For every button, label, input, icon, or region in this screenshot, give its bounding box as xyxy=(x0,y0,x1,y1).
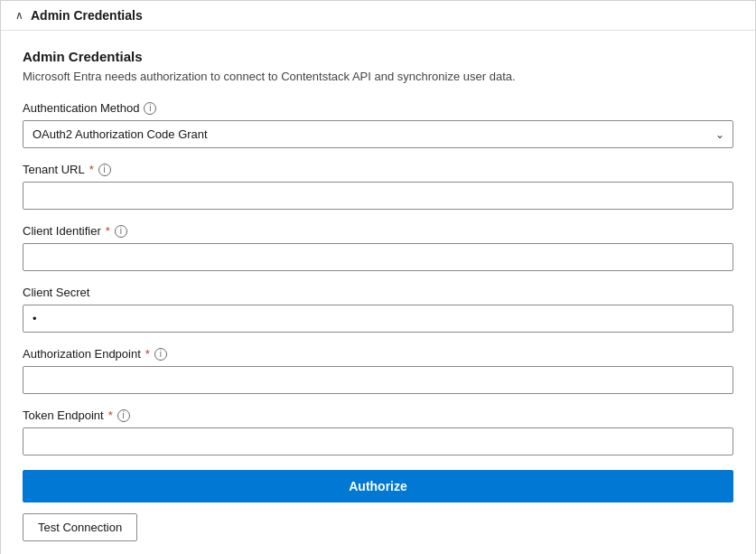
tenant-url-label: Tenant URL * i xyxy=(23,163,733,176)
client-secret-input[interactable] xyxy=(23,305,733,333)
token-endpoint-label: Token Endpoint * i xyxy=(23,408,733,422)
client-secret-label-text: Client Secret xyxy=(23,286,89,299)
auth-method-field-group: Authentication Method i OAuth2 Authoriza… xyxy=(23,101,733,148)
buttons-row: Authorize Test Connection xyxy=(23,470,733,541)
collapse-icon: ∧ xyxy=(15,9,23,22)
client-identifier-required-marker: * xyxy=(106,224,110,238)
tenant-url-label-text: Tenant URL xyxy=(23,163,85,176)
auth-method-info-icon[interactable]: i xyxy=(144,102,156,115)
tenant-url-field-group: Tenant URL * i xyxy=(23,163,733,210)
auth-endpoint-required-marker: * xyxy=(145,347,150,361)
tenant-url-required-marker: * xyxy=(89,163,94,176)
auth-method-label-text: Authentication Method xyxy=(23,101,139,115)
client-identifier-label: Client Identifier * i xyxy=(23,224,733,238)
client-secret-field-group: Client Secret xyxy=(23,286,733,333)
section-description: Microsoft Entra needs authorization to c… xyxy=(23,70,733,83)
panel-header-title: Admin Credentials xyxy=(31,8,143,23)
auth-endpoint-label: Authorization Endpoint * i xyxy=(23,347,733,361)
tenant-url-input[interactable] xyxy=(23,182,733,210)
token-endpoint-label-text: Token Endpoint xyxy=(23,408,104,422)
client-identifier-info-icon[interactable]: i xyxy=(115,225,127,238)
auth-endpoint-input[interactable] xyxy=(23,366,733,394)
auth-method-select[interactable]: OAuth2 Authorization Code Grant Basic Au… xyxy=(23,120,733,148)
token-endpoint-required-marker: * xyxy=(108,408,113,422)
authorize-button[interactable]: Authorize xyxy=(23,470,733,502)
panel-content: Admin Credentials Microsoft Entra needs … xyxy=(1,31,755,554)
client-identifier-input[interactable] xyxy=(23,243,733,271)
test-connection-button[interactable]: Test Connection xyxy=(23,513,137,541)
client-identifier-field-group: Client Identifier * i xyxy=(23,224,733,271)
auth-endpoint-info-icon[interactable]: i xyxy=(154,348,167,361)
auth-method-label: Authentication Method i xyxy=(23,101,733,115)
token-endpoint-field-group: Token Endpoint * i xyxy=(23,408,733,455)
section-title: Admin Credentials xyxy=(23,49,733,64)
tenant-url-info-icon[interactable]: i xyxy=(98,164,111,176)
auth-endpoint-field-group: Authorization Endpoint * i xyxy=(23,347,733,394)
token-endpoint-info-icon[interactable]: i xyxy=(117,409,130,422)
admin-credentials-panel: ∧ Admin Credentials Admin Credentials Mi… xyxy=(0,0,756,554)
client-identifier-label-text: Client Identifier xyxy=(23,224,101,238)
panel-header[interactable]: ∧ Admin Credentials xyxy=(1,1,755,31)
auth-method-select-wrapper: OAuth2 Authorization Code Grant Basic Au… xyxy=(23,120,733,148)
client-secret-label: Client Secret xyxy=(23,286,733,299)
auth-endpoint-label-text: Authorization Endpoint xyxy=(23,347,141,361)
token-endpoint-input[interactable] xyxy=(23,427,733,455)
